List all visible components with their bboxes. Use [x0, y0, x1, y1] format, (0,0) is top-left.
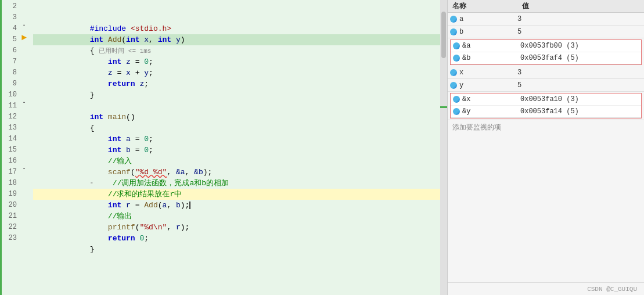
watch-name-amp-x: &x: [462, 95, 470, 103]
watch-name-y: y: [459, 81, 463, 89]
watch-name-amp-a: &a: [462, 42, 470, 50]
watch-row-amp-x[interactable]: &x 0x0053fa10 (3): [451, 93, 641, 106]
code-panel: 2 3 4 5 6 7 8 9 10 11 12 13 14 15 16 17 …: [0, 0, 447, 295]
code-content: #include <stdio.h> int Add(int x, int y)…: [33, 0, 440, 295]
watch-icon-x: [450, 69, 457, 76]
watch-row-b[interactable]: b 5: [448, 26, 644, 38]
footer-bar: CSDN @C_GUIQU: [448, 282, 644, 295]
watch-name-amp-y: &y: [462, 107, 470, 116]
current-line-arrow: ►: [21, 33, 27, 43]
footer-credit: CSDN @C_GUIQU: [587, 286, 637, 293]
watch-name-b: b: [459, 28, 463, 36]
collapse-icon-17[interactable]: ⁃: [23, 166, 26, 172]
watch-row-x[interactable]: x 3: [448, 66, 644, 79]
watch-row-amp-y[interactable]: &y 0x0053fa14 (5): [451, 106, 641, 118]
watch-row-a[interactable]: a 3: [448, 13, 644, 26]
watch-value-amp-x: 0x0053fa10 (3): [520, 95, 639, 103]
watch-value-y: 5: [517, 81, 642, 89]
watch-icon-a: [450, 16, 457, 23]
watch-icon-b: [450, 28, 457, 35]
watch-name-a: a: [459, 15, 463, 23]
watch-icon-amp-b: [453, 55, 460, 62]
line-numbers: 2 3 4 5 6 7 8 9 10 11 12 13 14 15 16 17 …: [2, 0, 20, 295]
watch-name-amp-b: &b: [462, 54, 470, 62]
watch-value-amp-y: 0x0053fa14 (5): [520, 107, 639, 116]
main-scroll-thumb[interactable]: [441, 12, 446, 58]
watch-icon-amp-a: [453, 42, 460, 49]
code-line-11: int main(): [33, 100, 440, 111]
add-watch-item[interactable]: 添加要监视的项: [448, 120, 644, 135]
watch-row-y[interactable]: y 5: [448, 79, 644, 92]
watch-row-amp-a[interactable]: &a 0x0053fb00 (3): [451, 40, 641, 52]
watch-col-name-header: 名称: [452, 1, 522, 11]
watch-highlight-group-1: &a 0x0053fb00 (3) &b 0x0053faf4 (5): [450, 39, 642, 65]
watch-highlight-group-2: &x 0x0053fa10 (3) &y 0x0053fa14 (5): [450, 93, 642, 118]
watch-panel: 名称 值 a 3 b 5: [448, 0, 644, 282]
watch-col-value-header: 值: [522, 1, 639, 11]
watch-header: 名称 值: [448, 0, 644, 13]
right-panel: 名称 值 a 3 b 5: [447, 0, 644, 295]
gutter: ► ⁃ ⁃ ⁃: [20, 0, 33, 295]
watch-value-a: 3: [517, 15, 642, 23]
watch-value-amp-b: 0x0053faf4 (5): [520, 54, 639, 62]
watch-row-amp-b[interactable]: &b 0x0053faf4 (5): [451, 52, 641, 64]
watch-table: a 3 b 5 &a 0x0053: [448, 13, 644, 282]
main-scrollbar[interactable]: [440, 0, 447, 295]
scroll-marker: [440, 106, 447, 108]
watch-value-amp-a: 0x0053fb00 (3): [520, 42, 639, 50]
collapse-icon-4[interactable]: ⁃: [23, 22, 26, 29]
code-line-2: [33, 1, 440, 12]
watch-name-x: x: [459, 69, 463, 77]
watch-value-x: 3: [517, 69, 642, 77]
watch-value-b: 5: [517, 28, 642, 36]
code-line-3: #include <stdio.h>: [33, 12, 440, 23]
collapse-icon-11[interactable]: ⁃: [23, 99, 26, 106]
watch-icon-y: [450, 82, 457, 89]
watch-icon-amp-x: [453, 96, 460, 103]
watch-icon-amp-y: [453, 108, 460, 115]
